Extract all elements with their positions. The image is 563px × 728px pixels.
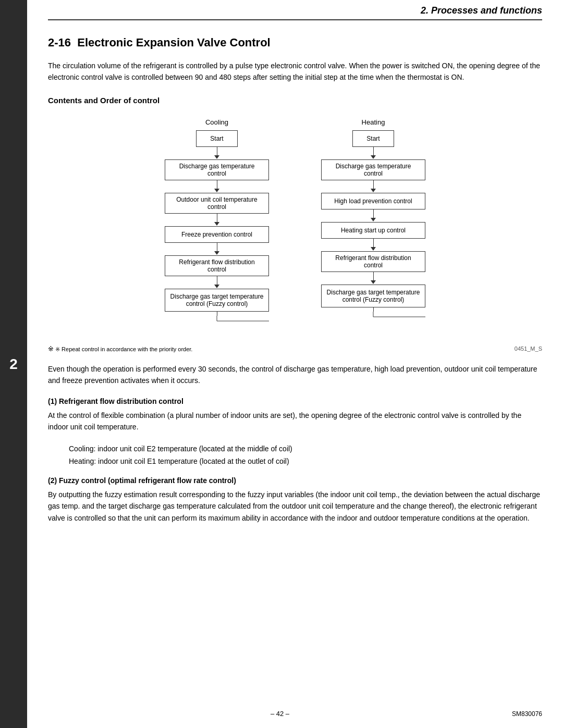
cooling-start: Start: [196, 130, 238, 147]
cooling-node-3: Freeze prevention control: [165, 226, 269, 243]
arrow3: [214, 214, 219, 226]
main-content: 2. Processes and functions 2-16 Electron…: [27, 0, 563, 728]
cooling-repeat-arrow: [165, 316, 269, 335]
subsection2-title: (2) Fuzzy control (optimal refrigerant f…: [48, 476, 542, 485]
page-section-title: 2. Processes and functions: [421, 5, 542, 16]
heating-start: Start: [352, 130, 394, 147]
header-bar: 2. Processes and functions: [48, 0, 542, 20]
diagram-note-row: ※ ※ Repeat control in accordance with th…: [48, 345, 542, 353]
body-paragraph-1: Even though the operation is performed e…: [48, 363, 542, 387]
heating-node-3: Heating start up control: [321, 222, 425, 239]
subsection1-indented: Cooling: indoor unit coil E2 temperature…: [69, 443, 542, 468]
page-number: – 42 –: [48, 710, 512, 718]
cooling-line: Cooling: indoor unit coil E2 temperature…: [69, 443, 542, 455]
cooling-node-1: Discharge gas temperature control: [165, 159, 269, 180]
repeat-note: ※ ※ Repeat control in accordance with th…: [48, 345, 192, 353]
sidebar-number: 2: [9, 356, 18, 373]
subsection1-title: (1) Refrigerant flow distribution contro…: [48, 397, 542, 405]
page-footer: – 42 – SM830076: [48, 710, 542, 718]
subsection1-text: At the control of flexible combination (…: [48, 410, 542, 433]
image-ref: 0451_M_S: [515, 346, 542, 352]
arrow4: [214, 243, 219, 255]
heating-repeat-arrow: [321, 312, 425, 330]
flow-diagram: Cooling Start Discharge gas temperature …: [48, 113, 542, 340]
sidebar: 2: [0, 0, 27, 728]
h-arrow4: [371, 239, 376, 251]
cooling-node-4: Refrigerant flow distribution control: [165, 255, 269, 276]
arrow2: [214, 180, 219, 193]
cooling-node-5: Discharge gas target temperature control…: [165, 289, 269, 312]
arrow1: [214, 147, 219, 159]
cooling-column: Cooling Start Discharge gas temperature …: [160, 118, 274, 335]
heating-node-2: High load prevention control: [321, 193, 425, 209]
h-arrow5: [371, 272, 376, 285]
cooling-node-2: Outdoor unit coil temperature control: [165, 193, 269, 214]
arrow5: [214, 276, 219, 289]
subsection2-text: By outputting the fuzzy estimation resul…: [48, 489, 542, 524]
h-arrow1: [371, 147, 376, 159]
cooling-label: Cooling: [205, 118, 228, 126]
heating-line: Heating: indoor unit coil E1 temperature…: [69, 455, 542, 468]
heating-label: Heating: [362, 118, 385, 126]
intro-paragraph: The circulation volume of the refrigeran…: [48, 60, 542, 83]
section-title: 2-16 Electronic Expansion Valve Control: [48, 36, 542, 50]
heating-node-1: Discharge gas temperature control: [321, 159, 425, 180]
heating-node-5: Discharge gas target temperature control…: [321, 285, 425, 307]
h-arrow2: [371, 180, 376, 193]
diagram-section-title: Contents and Order of control: [48, 96, 542, 105]
h-arrow3: [371, 209, 376, 222]
doc-number: SM830076: [512, 710, 542, 718]
heating-column: Heating Start Discharge gas temperature …: [316, 118, 431, 335]
heating-node-4: Refrigerant flow distribution control: [321, 251, 425, 272]
